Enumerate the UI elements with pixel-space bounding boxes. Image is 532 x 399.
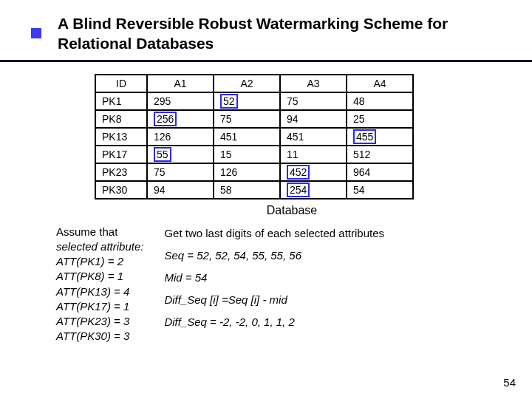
step-text: Get two last digits of each selected att… [164,225,384,242]
cell-a2: 126 [214,163,280,181]
cell-a1: 126 [147,128,214,146]
diff-seq: Diff_Seq = -2, -2, 0, 1, 1, 2 [164,313,384,331]
cell-a2: 58 [214,181,280,199]
lower-content: Assume that selected attribute: ATT(PK1)… [0,225,532,344]
cell-a4: 48 [347,92,413,110]
selected-attr-label: selected attribute: [56,239,143,254]
cell-a1: 256 [147,110,214,128]
col-a4: A4 [347,75,413,92]
cell-a1: 295 [147,92,214,110]
col-id: ID [95,75,147,92]
cell-a4: 54 [347,181,413,199]
cell-a2: 451 [214,128,280,146]
table-caption: Database [52,204,532,217]
mid-text: Mid = 54 [164,269,384,287]
cell-a3: 11 [280,146,347,163]
col-a2: A2 [214,75,280,92]
cell-a3: 452 [280,163,347,181]
highlight-box: 254 [287,183,310,197]
assumptions-block: Assume that selected attribute: ATT(PK1)… [56,225,143,344]
table-row: PK30945825454 [95,181,413,199]
cell-a3: 254 [280,181,347,199]
cell-a4: 964 [347,163,413,181]
cell-id: PK13 [95,128,147,146]
cell-id: PK23 [95,163,147,181]
cell-a3: 75 [280,92,347,110]
slide-header: A Blind Reversible Robust Watermarking S… [0,0,532,62]
col-a3: A3 [280,75,347,92]
cell-a2: 75 [214,110,280,128]
table-row: PK8256759425 [95,110,413,128]
table-header-row: ID A1 A2 A3 A4 [95,75,413,92]
table-row: PK2375126452964 [95,163,413,181]
cell-a1: 94 [147,181,214,199]
slide-title: A Blind Reversible Robust Watermarking S… [58,13,508,54]
cell-id: PK1 [95,92,147,110]
bullet-icon [31,28,41,38]
cell-id: PK8 [95,110,147,128]
col-a1: A1 [147,75,214,92]
highlight-box: 452 [287,165,310,180]
highlight-box: 52 [220,94,238,109]
highlight-box: 455 [353,129,376,144]
att-line: ATT(PK30) = 3 [56,329,143,344]
table-row: PK13126451451455 [95,128,413,146]
highlight-box: 55 [154,147,171,162]
table-row: PK1295527548 [95,92,413,110]
diff-formula: Diff_Seq [i] =Seq [i] - mid [164,291,384,309]
cell-a2: 52 [214,92,280,110]
cell-a1: 75 [147,163,214,181]
table-row: PK17551511512 [95,146,413,163]
cell-a3: 94 [280,110,347,128]
att-line: ATT(PK1) = 2 [56,254,143,269]
data-table: ID A1 A2 A3 A4 PK1295527548PK8256759425P… [95,74,414,200]
att-line: ATT(PK17) = 1 [56,299,143,314]
cell-a4: 25 [347,110,413,128]
att-line: ATT(PK23) = 3 [56,314,143,329]
cell-id: PK17 [95,146,147,163]
page-number: 54 [503,376,516,389]
highlight-box: 256 [154,112,177,126]
cell-a2: 15 [214,146,280,163]
att-line: ATT(PK13) = 4 [56,284,143,299]
cell-a4: 455 [347,128,413,146]
assume-text: Assume that [56,225,143,239]
cell-a1: 55 [147,146,214,163]
cell-a3: 451 [280,128,347,146]
derivation-block: Get two last digits of each selected att… [164,225,384,344]
cell-a4: 512 [347,146,413,163]
att-line: ATT(PK8) = 1 [56,269,143,284]
seq-text: Seq = 52, 52, 54, 55, 55, 56 [164,247,384,265]
cell-id: PK30 [95,181,147,199]
data-table-wrap: ID A1 A2 A3 A4 PK1295527548PK8256759425P… [95,74,532,200]
